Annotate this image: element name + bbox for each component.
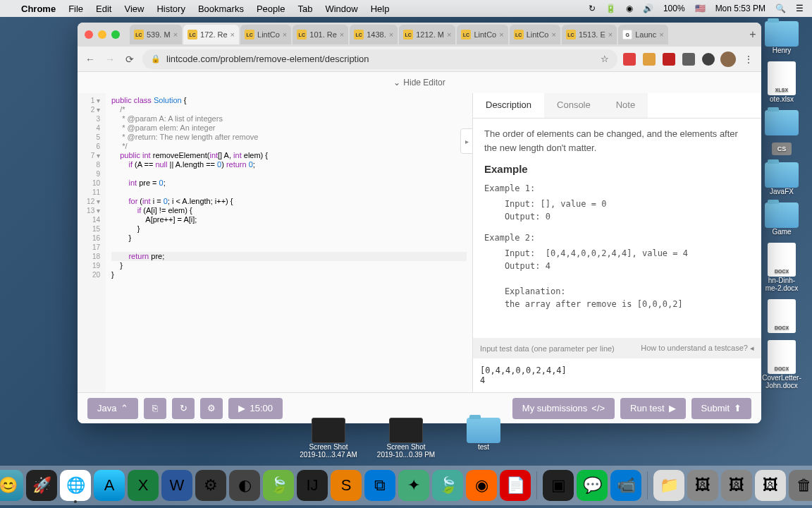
desktop-folder[interactable]: Henry xyxy=(765,21,799,54)
desktop-folder[interactable] xyxy=(765,110,799,135)
dock-wechat[interactable]: 💬 xyxy=(577,470,608,501)
wifi-icon[interactable]: ◉ xyxy=(626,4,633,13)
menu-window[interactable]: Window xyxy=(325,4,357,14)
code-editor[interactable]: 1 ▾2 ▾34567 ▾89101112 ▾13 ▾1415161718192… xyxy=(78,93,472,392)
browser-tab[interactable]: LCLintCo× xyxy=(510,25,560,44)
tab-console[interactable]: Console xyxy=(544,93,603,118)
dock-vscode[interactable]: ⧉ xyxy=(364,470,395,501)
dock-sublime[interactable]: S xyxy=(331,470,362,501)
dock-excel[interactable]: X xyxy=(128,470,159,501)
omnibox[interactable]: 🔒 lintcode.com/problem/remove-element/de… xyxy=(142,49,617,69)
collapse-panel-button[interactable]: ▸ xyxy=(460,128,473,154)
search-icon[interactable]: 🔍 xyxy=(775,4,786,13)
browser-tab[interactable]: LC101. Re× xyxy=(293,25,348,44)
desktop-folder[interactable]: test xyxy=(455,418,512,451)
run-test-button[interactable]: Run test ▶ xyxy=(620,398,685,419)
menu-help[interactable]: Help xyxy=(371,4,390,14)
app-name[interactable]: Chrome xyxy=(21,4,56,14)
back-button[interactable]: ← xyxy=(83,52,97,66)
desktop-folder[interactable]: JavaFX xyxy=(765,162,799,195)
copy-button[interactable]: ⎘ xyxy=(144,398,166,419)
browser-tab[interactable]: GLaunc× xyxy=(618,25,668,44)
close-tab-button[interactable]: × xyxy=(447,30,451,39)
close-tab-button[interactable]: × xyxy=(340,30,344,39)
testcase-hint-link[interactable]: How to understand a testcase? ◂ xyxy=(641,344,754,353)
dock-folder[interactable]: 📁 xyxy=(653,470,684,501)
close-tab-button[interactable]: × xyxy=(499,30,503,39)
close-tab-button[interactable]: × xyxy=(389,30,393,39)
dock-settings[interactable]: ⚙ xyxy=(195,470,226,501)
volume-icon[interactable]: 🔊 xyxy=(643,4,653,13)
hide-editor-button[interactable]: ⌄ Hide Editor xyxy=(78,72,761,93)
dock-intellij[interactable]: IJ xyxy=(297,470,328,501)
dock-spring[interactable]: 🍃 xyxy=(263,470,294,501)
menu-people[interactable]: People xyxy=(257,4,285,14)
menu-history[interactable]: History xyxy=(156,4,185,14)
menu-file[interactable]: File xyxy=(68,4,83,14)
star-icon[interactable]: ☆ xyxy=(601,54,609,64)
timer-button[interactable]: ▶ 15:00 xyxy=(228,398,283,419)
extension-icon[interactable] xyxy=(682,53,695,66)
minimize-window-button[interactable] xyxy=(98,30,106,39)
desktop-file-xlsx[interactable]: XLSXote.xlsx xyxy=(768,61,796,103)
dock-zoom[interactable]: 📹 xyxy=(610,470,641,501)
dock-chrome[interactable]: 🌐 xyxy=(60,470,91,501)
dock-terminal[interactable]: ▣ xyxy=(543,470,574,501)
browser-tab[interactable]: LC1212. M× xyxy=(399,25,455,44)
extension-icon[interactable] xyxy=(643,53,656,66)
close-tab-button[interactable]: × xyxy=(173,30,178,39)
dock-thumb[interactable]: 🖼 xyxy=(755,470,786,501)
menu-view[interactable]: View xyxy=(124,4,144,14)
forward-button[interactable]: → xyxy=(103,52,117,66)
browser-tab[interactable]: LC1513. E× xyxy=(562,25,617,44)
flag-icon[interactable]: 🇺🇸 xyxy=(695,4,706,13)
desktop-file-docx[interactable]: DOCX xyxy=(768,299,796,333)
battery-icon[interactable]: 🔋 xyxy=(605,4,616,13)
desktop-screenshot[interactable]: Screen Shot 2019-10...3.47 AM xyxy=(300,418,357,459)
refresh-icon[interactable]: ↻ xyxy=(589,4,596,13)
close-tab-button[interactable]: × xyxy=(551,30,555,39)
language-selector[interactable]: Java ⌃ xyxy=(87,398,138,419)
close-tab-button[interactable]: × xyxy=(659,30,663,39)
reload-button[interactable]: ⟳ xyxy=(123,52,137,66)
dock-thumb[interactable]: 🖼 xyxy=(687,470,718,501)
menu-tab[interactable]: Tab xyxy=(297,4,312,14)
extension-icon[interactable] xyxy=(623,53,636,66)
dock-appstore[interactable]: A xyxy=(94,470,125,501)
dock-app[interactable]: ✦ xyxy=(398,470,429,501)
desktop-badge-cs[interactable]: CS xyxy=(772,143,792,155)
profile-avatar[interactable] xyxy=(720,52,736,67)
extension-icon[interactable] xyxy=(663,53,675,66)
browser-tab[interactable]: LC539. M× xyxy=(130,25,182,44)
new-tab-button[interactable]: + xyxy=(744,26,761,43)
browser-tab[interactable]: LC172. Re× xyxy=(183,25,239,44)
desktop-folder[interactable]: Game xyxy=(765,202,799,236)
dock-word[interactable]: W xyxy=(161,470,192,501)
desktop-screenshot[interactable]: Screen Shot 2019-10...0.39 PM xyxy=(378,418,434,459)
reset-button[interactable]: ↻ xyxy=(172,398,195,419)
dock-thumb[interactable]: 🖼 xyxy=(721,470,752,501)
dock-finder[interactable]: 😊 xyxy=(0,470,23,501)
control-center-icon[interactable]: ☰ xyxy=(796,4,804,13)
close-tab-button[interactable]: × xyxy=(608,30,613,39)
browser-tab[interactable]: LCLintCo× xyxy=(457,25,508,44)
close-window-button[interactable] xyxy=(85,30,93,39)
maximize-window-button[interactable] xyxy=(111,30,120,39)
settings-button[interactable]: ⚙ xyxy=(200,398,223,419)
desktop-file-docx[interactable]: DOCXhn-Dinh- me-2.docx xyxy=(765,243,799,292)
menu-edit[interactable]: Edit xyxy=(96,4,111,14)
close-tab-button[interactable]: × xyxy=(283,30,287,39)
tab-description[interactable]: Description xyxy=(473,93,544,118)
code-area[interactable]: public class Solution { /* * @param A: A… xyxy=(106,93,472,392)
dock-eclipse[interactable]: ◐ xyxy=(229,470,260,501)
clock[interactable]: Mon 5:53 PM xyxy=(715,4,765,13)
dock-mongodb[interactable]: 🍃 xyxy=(432,470,463,501)
dock-launchpad[interactable]: 🚀 xyxy=(26,470,57,501)
close-tab-button[interactable]: × xyxy=(230,30,235,39)
tab-note[interactable]: Note xyxy=(603,93,648,118)
dock-postman[interactable]: ◉ xyxy=(466,470,497,501)
my-submissions-button[interactable]: My submissions </> xyxy=(512,398,615,419)
menu-bookmarks[interactable]: Bookmarks xyxy=(198,4,244,14)
browser-tab[interactable]: LCLintCo× xyxy=(240,25,291,44)
dock-pdf[interactable]: 📄 xyxy=(500,470,531,501)
